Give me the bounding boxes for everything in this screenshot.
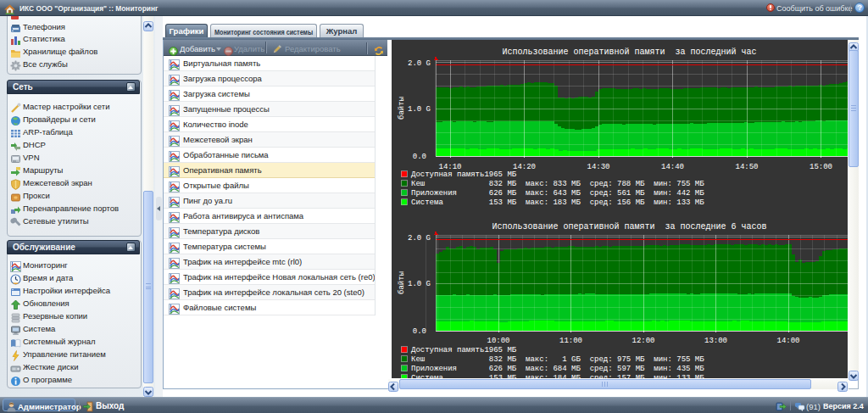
svg-text:Приложения 626 МБ макс:: Приложения 626 МБ макс: 684 МБ сред: 597… (411, 365, 704, 373)
svg-text:14:20: 14:20 (513, 163, 536, 171)
svg-text:14:50: 14:50 (735, 163, 758, 171)
svg-text:2.0 G: 2.0 G (408, 234, 431, 243)
svg-text:Использование оперативной памя: Использование оперативной памяти за посл… (502, 47, 756, 57)
svg-text:1.0 G: 1.0 G (408, 280, 431, 288)
svg-text:Система 153 МБ макс:: Система 153 МБ макс: 184 МБ сред: 157 МБ… (411, 374, 704, 378)
svg-text:13:00: 13:00 (704, 337, 727, 345)
svg-text:Система 153 МБ макс:: Система 153 МБ макс: 183 МБ сред: 156 МБ… (411, 198, 704, 207)
svg-text:байты: байты (398, 271, 406, 294)
svg-text:байты: байты (398, 97, 406, 120)
svg-text:11:00: 11:00 (559, 337, 582, 345)
svg-text:Доступная память1965 МБ: Доступная память1965 МБ (411, 170, 517, 179)
svg-text:Доступная память1965 МБ: Доступная память1965 МБ (411, 346, 517, 354)
svg-text:Использование оперативной памя: Использование оперативной памяти за посл… (492, 222, 766, 232)
svg-text:14:00: 14:00 (776, 337, 799, 345)
svg-text:14:10: 14:10 (438, 163, 461, 171)
svg-text:0.0: 0.0 (413, 327, 426, 336)
svg-text:10:00: 10:00 (487, 337, 509, 345)
svg-text:Кеш 832 МБ макс:: Кеш 832 МБ макс: 1 GБ сред: 975 МБ мин: … (411, 355, 704, 364)
svg-text:Кеш 832 МБ макс:: Кеш 832 МБ макс: 833 МБ сред: 788 МБ мин… (411, 180, 704, 188)
svg-text:14:30: 14:30 (587, 163, 609, 171)
svg-text:12:00: 12:00 (632, 337, 654, 345)
svg-text:14:40: 14:40 (661, 163, 684, 171)
svg-text:15:00: 15:00 (810, 163, 832, 171)
svg-text:0.0: 0.0 (413, 153, 426, 161)
svg-text:2.0 G: 2.0 G (408, 59, 431, 68)
svg-text:Приложения 626 МБ макс:: Приложения 626 МБ макс: 643 МБ сред: 561… (411, 189, 704, 198)
svg-text:1.0 G: 1.0 G (408, 105, 431, 114)
